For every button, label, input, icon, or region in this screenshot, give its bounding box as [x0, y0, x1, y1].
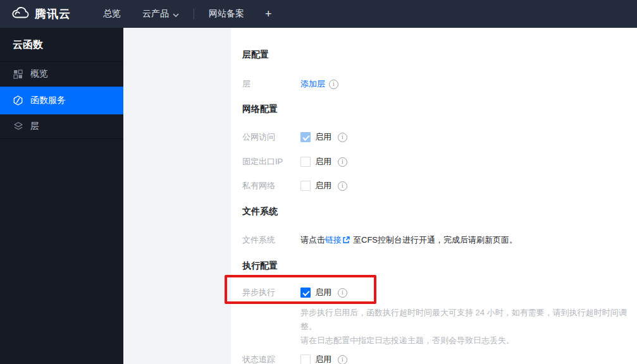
async-execution-label: 异步执行 [242, 287, 300, 298]
info-icon[interactable] [338, 181, 347, 191]
nav-item-overview-label: 总览 [103, 8, 121, 20]
status-trace-label: 状态追踪 [242, 354, 300, 364]
nav-item-cloud-products[interactable]: 云产品 [132, 0, 190, 28]
sidebar-item-overview[interactable]: 概览 [0, 62, 123, 87]
tencent-cloud-logo-icon [10, 6, 29, 22]
navbar-divider [194, 8, 194, 20]
sidebar-item-label: 概览 [30, 68, 48, 80]
external-link-icon[interactable] [342, 236, 350, 244]
enable-label: 启用 [315, 131, 331, 143]
info-icon[interactable] [338, 355, 347, 364]
brand[interactable]: 腾讯云 [10, 6, 71, 22]
layers-icon [13, 121, 23, 132]
nav-item-icp-filing[interactable]: 网站备案 [198, 0, 255, 28]
section-title-network-config: 网络配置 [242, 104, 627, 114]
filesystem-text-before: 请点击 [300, 234, 325, 246]
sidebar: 云函数 概览 函数服务 层 [0, 28, 123, 364]
async-execution-checkbox[interactable] [300, 288, 311, 298]
section-title-execution-config: 执行配置 [242, 260, 627, 270]
enable-label: 启用 [315, 180, 331, 191]
grid-icon [13, 69, 23, 80]
public-access-checkbox [300, 132, 311, 142]
public-access-row: 公网访问 启用 [242, 131, 627, 143]
fixed-ip-label: 固定出口IP [242, 156, 300, 167]
info-icon[interactable] [338, 157, 347, 167]
info-icon[interactable] [338, 133, 347, 142]
enable-label: 启用 [315, 354, 331, 364]
add-layer-link[interactable]: 添加层 [300, 78, 325, 90]
fixed-ip-row: 固定出口IP 启用 [242, 156, 627, 167]
navbar-menu: 总览 云产品 网站备案 + [92, 0, 282, 28]
sidebar-item-label: 层 [30, 121, 39, 132]
vpc-row: 私有网络 启用 [242, 180, 627, 191]
content-gutter [123, 28, 231, 364]
async-help-line1: 异步执行启用后，函数执行超时时间最大可支持 24 小时，如有需要，请到执行超时时… [300, 306, 627, 334]
fixed-ip-checkbox[interactable] [300, 157, 311, 167]
status-trace-row: 状态追踪 启用 [242, 354, 627, 364]
sidebar-item-layers[interactable]: 层 [0, 114, 123, 139]
async-execution-help: 异步执行启用后，函数执行超时时间最大可支持 24 小时，如有需要，请到执行超时时… [300, 306, 627, 348]
nav-item-overview[interactable]: 总览 [92, 0, 132, 28]
function-hexagon-icon [13, 95, 23, 106]
top-navbar: 腾讯云 总览 云产品 网站备案 + [0, 0, 637, 28]
async-help-line2: 请在日志配置中指定日志投递主题，否则会导致日志丢失。 [300, 334, 627, 348]
vpc-checkbox[interactable] [300, 181, 311, 191]
section-title-filesystem: 文件系统 [242, 206, 627, 216]
settings-panel: 层配置 层 添加层 网络配置 公网访问 启用 固定出口IP 启用 私有网络 启用 [231, 28, 637, 364]
async-execution-row: 异步执行 启用 [242, 287, 627, 298]
sidebar-title: 云函数 [0, 28, 123, 62]
filesystem-label: 文件系统 [242, 234, 300, 246]
status-trace-checkbox[interactable] [300, 355, 311, 364]
layer-row-label: 层 [242, 78, 300, 90]
public-access-label: 公网访问 [242, 131, 300, 143]
sidebar-item-label: 函数服务 [30, 95, 66, 106]
nav-item-cloud-products-label: 云产品 [142, 8, 169, 20]
vpc-label: 私有网络 [242, 180, 300, 191]
enable-label: 启用 [315, 287, 331, 298]
chevron-down-icon [173, 9, 179, 19]
nav-item-icp-filing-label: 网站备案 [209, 8, 244, 20]
cfs-console-link[interactable]: 链接 [325, 234, 342, 246]
nav-add-tab-button[interactable]: + [255, 8, 282, 21]
sidebar-item-function-service[interactable]: 函数服务 [0, 87, 123, 114]
brand-name: 腾讯云 [35, 6, 71, 21]
filesystem-text-after: 至CFS控制台进行开通，完成后请刷新页面。 [353, 234, 517, 246]
info-icon[interactable] [338, 288, 347, 298]
filesystem-row: 文件系统 请点击链接 至CFS控制台进行开通，完成后请刷新页面。 [242, 234, 627, 246]
enable-label: 启用 [315, 156, 331, 167]
info-icon[interactable] [329, 80, 338, 89]
layer-row: 层 添加层 [242, 78, 627, 90]
section-title-layer-config: 层配置 [242, 49, 627, 59]
